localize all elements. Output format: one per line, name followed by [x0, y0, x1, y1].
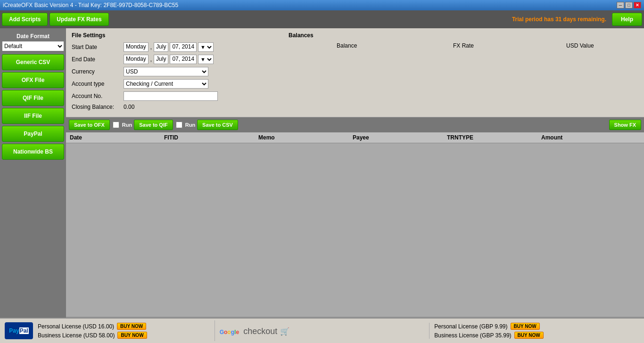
personal-gbp-label: Personal License (GBP 9.99): [434, 323, 507, 330]
window-controls: ─ □ ✕: [617, 2, 641, 8]
account-no-label: Account No.: [72, 93, 124, 99]
app-title: iCreateOFX Basic Version 4 - Trial Key: …: [3, 2, 617, 8]
start-date-num: 07, 2014: [170, 42, 197, 52]
account-no-input[interactable]: [124, 91, 218, 101]
start-date-dropdown[interactable]: ▼: [198, 42, 214, 52]
currency-label: Currency: [72, 68, 124, 75]
run-ofx-label: Run: [122, 122, 132, 128]
end-date-sep1: ,: [150, 56, 152, 63]
close-button[interactable]: ✕: [634, 2, 641, 8]
business-gbp-label: Business License (GBP 35.99): [434, 332, 511, 339]
date-format-label: Date Format: [2, 31, 64, 41]
end-date-num: 07, 2014: [170, 55, 197, 64]
start-date-sep1: ,: [150, 44, 152, 50]
gbp-section: Personal License (GBP 9.99) BUY NOW Busi…: [429, 321, 644, 341]
end-date-month: July: [154, 55, 168, 64]
save-ofx-button[interactable]: Save to OFX: [69, 120, 110, 130]
run-qif-checkbox[interactable]: [176, 122, 182, 128]
run-ofx-checkbox[interactable]: [113, 122, 119, 128]
col-amount: Amount: [537, 134, 644, 141]
currency-row: Currency USD: [72, 67, 277, 76]
content-area: File Settings Start Date Monday , July 0…: [66, 28, 644, 318]
col-memo: Memo: [255, 134, 349, 141]
end-date-dropdown[interactable]: ▼: [198, 55, 214, 64]
balance-headers: Balance FX Rate USD Value: [289, 42, 638, 49]
end-date-day: Monday: [124, 55, 149, 64]
start-date-row: Start Date Monday , July 07, 2014 ▼: [72, 42, 277, 52]
main-layout: Date Format Default Generic CSV OFX File…: [0, 28, 644, 318]
save-qif-button[interactable]: Save to QIF: [134, 120, 173, 130]
col-date: Date: [66, 134, 160, 141]
table-header: Date FITID Memo Payee TRNTYPE Amount: [66, 132, 644, 143]
personal-usd-buy-button[interactable]: BUY NOW: [117, 323, 146, 330]
generic-csv-button[interactable]: Generic CSV: [2, 54, 64, 70]
gbp-links: Personal License (GBP 9.99) BUY NOW Busi…: [434, 323, 543, 339]
action-bar: Save to OFX Run Save to QIF Run Save to …: [66, 117, 644, 132]
start-date-day: Monday: [124, 42, 149, 52]
col-fitid: FITID: [160, 134, 255, 141]
account-type-label: Account type: [72, 81, 124, 87]
update-fx-button[interactable]: Update FX Rates: [50, 13, 108, 26]
personal-usd-row: Personal License (USD 16.00) BUY NOW: [38, 323, 147, 330]
account-type-row: Account type Checking / Current: [72, 79, 277, 89]
balances-title: Balances: [289, 32, 638, 39]
date-format-select[interactable]: Default: [2, 41, 64, 51]
iif-file-button[interactable]: IIF File: [2, 108, 64, 124]
currency-select[interactable]: USD: [124, 67, 208, 76]
business-usd-label: Business License (USD 58.00): [38, 332, 115, 339]
sidebar: Date Format Default Generic CSV OFX File…: [0, 28, 66, 318]
title-bar: iCreateOFX Basic Version 4 - Trial Key: …: [0, 0, 644, 10]
maximize-button[interactable]: □: [625, 2, 633, 8]
business-usd-row: Business License (USD 58.00) BUY NOW: [38, 332, 147, 339]
minimize-button[interactable]: ─: [617, 2, 624, 8]
business-gbp-row: Business License (GBP 35.99) BUY NOW: [434, 332, 543, 339]
toolbar: Add Scripts Update FX Rates Trial period…: [0, 10, 644, 28]
top-panels: File Settings Start Date Monday , July 0…: [66, 28, 644, 117]
file-settings-title: File Settings: [72, 32, 277, 39]
qif-file-button[interactable]: QIF File: [2, 90, 64, 106]
ofx-file-button[interactable]: OFX File: [2, 72, 64, 88]
start-date-value: Monday , July 07, 2014 ▼: [124, 42, 277, 52]
help-button[interactable]: Help: [612, 13, 642, 26]
table-body: [66, 143, 644, 317]
transaction-table: Date FITID Memo Payee TRNTYPE Amount: [66, 132, 644, 318]
start-date-month: July: [154, 42, 168, 52]
personal-gbp-row: Personal License (GBP 9.99) BUY NOW: [434, 323, 543, 330]
run-qif-label: Run: [185, 122, 195, 128]
col-payee: Payee: [349, 134, 443, 141]
business-gbp-buy-button[interactable]: BUY NOW: [514, 332, 544, 339]
end-date-value: Monday , July 07, 2014 ▼: [124, 55, 277, 64]
fx-rate-col-header: FX Rate: [405, 42, 521, 49]
add-scripts-button[interactable]: Add Scripts: [2, 13, 48, 26]
save-csv-button[interactable]: Save to CSV: [197, 120, 238, 130]
closing-balance-row: Closing Balance: 0.00: [72, 104, 277, 110]
trial-notice: Trial period has 31 days remaining.: [512, 16, 606, 23]
account-no-row: Account No.: [72, 91, 277, 101]
show-fx-button[interactable]: Show FX: [609, 120, 641, 130]
personal-usd-label: Personal License (USD 16.00): [38, 323, 114, 330]
end-date-label: End Date: [72, 56, 124, 63]
google-checkout-section: Google checkout 🛒: [215, 323, 430, 339]
nationwide-bs-button[interactable]: Nationwide BS: [2, 144, 64, 160]
account-type-select[interactable]: Checking / Current: [124, 79, 208, 89]
balances-panel: Balances Balance FX Rate USD Value: [283, 28, 644, 117]
start-date-label: Start Date: [72, 44, 124, 50]
currency-value: USD: [124, 67, 277, 76]
closing-balance-value: 0.00: [124, 104, 134, 110]
col-trntype: TRNTYPE: [443, 134, 537, 141]
account-no-value: [124, 91, 277, 101]
personal-gbp-buy-button[interactable]: BUY NOW: [511, 323, 540, 330]
paypal-logo: PayPal: [5, 322, 33, 339]
paypal-links: Personal License (USD 16.00) BUY NOW Bus…: [38, 323, 147, 339]
usd-value-col-header: USD Value: [522, 42, 638, 49]
google-checkout-logo: Google checkout 🛒: [220, 325, 290, 337]
footer: PayPal Personal License (USD 16.00) BUY …: [0, 318, 644, 343]
end-date-row: End Date Monday , July 07, 2014 ▼: [72, 55, 277, 64]
file-settings-panel: File Settings Start Date Monday , July 0…: [66, 28, 283, 117]
business-usd-buy-button[interactable]: BUY NOW: [117, 332, 147, 339]
account-type-value: Checking / Current: [124, 79, 277, 89]
closing-balance-label: Closing Balance:: [72, 104, 124, 110]
paypal-button[interactable]: PayPal: [2, 126, 64, 142]
paypal-section: PayPal Personal License (USD 16.00) BUY …: [0, 320, 215, 341]
balance-col-header: Balance: [289, 42, 405, 49]
